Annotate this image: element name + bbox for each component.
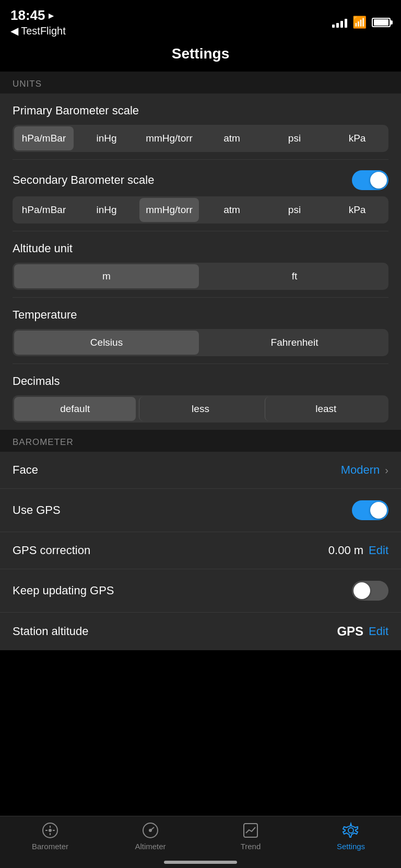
segment-meters[interactable]: m xyxy=(14,264,199,288)
status-right: 📶 xyxy=(332,16,391,29)
tab-altimeter[interactable]: Altimeter xyxy=(100,822,200,851)
segment-celsius[interactable]: Celsius xyxy=(14,331,199,355)
gps-correction-label: GPS correction xyxy=(13,544,90,557)
decimals-label: Decimals xyxy=(13,374,388,388)
primary-barometer-label: Primary Barometer scale xyxy=(13,104,388,118)
status-bar: 18:45 ▸ ◀ TestFlight 📶 xyxy=(0,0,401,40)
face-row[interactable]: Face Modern › xyxy=(0,452,401,489)
segment-kpa-secondary[interactable]: kPa xyxy=(327,198,387,222)
status-left: 18:45 ▸ ◀ TestFlight xyxy=(10,7,66,37)
temperature-label: Temperature xyxy=(13,308,388,322)
keep-updating-gps-label: Keep updating GPS xyxy=(13,584,114,597)
back-label: ◀ TestFlight xyxy=(10,25,66,37)
altitude-unit-segment[interactable]: m ft xyxy=(13,263,388,290)
secondary-barometer-label: Secondary Barometer scale xyxy=(13,173,154,187)
face-value[interactable]: Modern xyxy=(341,463,380,477)
decimals-row: Decimals default less least xyxy=(13,364,388,430)
station-altitude-label: Station altitude xyxy=(13,625,89,638)
gps-correction-row: GPS correction 0.00 m Edit xyxy=(0,532,401,569)
primary-barometer-row: Primary Barometer scale hPa/mBar inHg mm… xyxy=(13,93,388,160)
face-right: Modern › xyxy=(341,463,388,477)
segment-hpa-mbar-primary[interactable]: hPa/mBar xyxy=(14,126,74,150)
segment-atm-primary[interactable]: atm xyxy=(202,126,262,150)
svg-point-10 xyxy=(348,828,353,833)
barometer-tab-icon xyxy=(41,822,59,839)
primary-barometer-segment[interactable]: hPa/mBar inHg mmHg/torr atm psi kPa xyxy=(13,125,388,152)
face-label: Face xyxy=(13,463,38,477)
face-chevron-icon: › xyxy=(385,464,388,476)
segment-mmhg-primary[interactable]: mmHg/torr xyxy=(139,126,199,150)
tab-trend[interactable]: Trend xyxy=(200,822,301,851)
station-altitude-value: GPS xyxy=(337,624,363,639)
settings-tab-icon xyxy=(342,822,360,839)
segment-fahrenheit[interactable]: Fahrenheit xyxy=(202,331,387,355)
tab-altimeter-label: Altimeter xyxy=(135,842,166,851)
secondary-barometer-row: Secondary Barometer scale hPa/mBar inHg … xyxy=(13,160,388,231)
station-altitude-edit-button[interactable]: Edit xyxy=(369,625,388,638)
station-altitude-row: Station altitude GPS Edit xyxy=(0,613,401,650)
use-gps-row: Use GPS xyxy=(0,489,401,532)
time-display: 18:45 xyxy=(10,7,45,24)
segment-atm-secondary[interactable]: atm xyxy=(202,198,262,222)
secondary-barometer-toggle[interactable] xyxy=(352,170,388,190)
tab-trend-label: Trend xyxy=(241,842,261,851)
segment-mmhg-secondary[interactable]: mmHg/torr xyxy=(139,198,199,222)
use-gps-toggle-knob xyxy=(370,502,387,519)
svg-point-1 xyxy=(49,829,52,832)
keep-updating-gps-row: Keep updating GPS xyxy=(0,569,401,613)
use-gps-toggle[interactable] xyxy=(352,500,388,520)
segment-kpa-primary[interactable]: kPa xyxy=(327,126,387,150)
segment-least[interactable]: least xyxy=(265,397,387,421)
temperature-row: Temperature Celsius Fahrenheit xyxy=(13,298,388,364)
svg-line-8 xyxy=(150,827,154,830)
barometer-header-label: BAROMETER xyxy=(13,437,74,447)
segment-less[interactable]: less xyxy=(139,397,261,421)
tab-settings[interactable]: Settings xyxy=(301,822,401,851)
location-arrow-icon: ▸ xyxy=(49,10,53,21)
page-title-bar: Settings xyxy=(0,40,401,72)
barometer-settings-group: Face Modern › Use GPS GPS correction 0.0… xyxy=(0,452,401,650)
home-indicator xyxy=(164,861,237,864)
trend-tab-icon xyxy=(242,822,260,839)
units-settings-group: Primary Barometer scale hPa/mBar inHg mm… xyxy=(0,93,401,430)
wifi-icon: 📶 xyxy=(352,16,367,29)
status-time: 18:45 ▸ xyxy=(10,7,66,24)
temperature-segment[interactable]: Celsius Fahrenheit xyxy=(13,329,388,356)
tab-barometer-label: Barometer xyxy=(32,842,68,851)
station-altitude-right: GPS Edit xyxy=(337,624,388,639)
segment-psi-secondary[interactable]: psi xyxy=(265,198,324,222)
tab-barometer[interactable]: Barometer xyxy=(0,822,100,851)
segment-inhg-secondary[interactable]: inHg xyxy=(77,198,136,222)
back-button[interactable]: ◀ TestFlight xyxy=(10,25,66,37)
altitude-unit-row: Altitude unit m ft xyxy=(13,231,388,298)
gps-correction-right: 0.00 m Edit xyxy=(328,544,388,557)
gps-correction-value: 0.00 m xyxy=(328,544,363,557)
segment-psi-primary[interactable]: psi xyxy=(265,126,324,150)
segment-default[interactable]: default xyxy=(14,397,136,421)
tab-settings-label: Settings xyxy=(337,842,365,851)
segment-hpa-mbar-secondary[interactable]: hPa/mBar xyxy=(14,198,74,222)
battery-icon xyxy=(372,18,391,27)
altimeter-tab-icon xyxy=(141,822,159,839)
keep-updating-gps-knob xyxy=(353,582,370,599)
signal-bars-icon xyxy=(332,17,347,28)
altitude-unit-label: Altitude unit xyxy=(13,242,388,255)
secondary-barometer-header: Secondary Barometer scale xyxy=(13,170,388,190)
page-title: Settings xyxy=(0,45,401,62)
gps-correction-edit-button[interactable]: Edit xyxy=(369,544,388,557)
decimals-segment[interactable]: default less least xyxy=(13,395,388,423)
keep-updating-gps-toggle[interactable] xyxy=(352,581,388,601)
toggle-knob xyxy=(370,172,387,189)
tab-bar: Barometer Altimeter Trend Settings xyxy=(0,816,401,868)
use-gps-label: Use GPS xyxy=(13,503,61,517)
barometer-section-header: BAROMETER xyxy=(0,430,401,452)
units-header-label: UNITS xyxy=(13,79,42,89)
segment-feet[interactable]: ft xyxy=(202,264,387,288)
units-section-header: UNITS xyxy=(0,72,401,93)
segment-inhg-primary[interactable]: inHg xyxy=(77,126,136,150)
secondary-barometer-segment[interactable]: hPa/mBar inHg mmHg/torr atm psi kPa xyxy=(13,196,388,224)
